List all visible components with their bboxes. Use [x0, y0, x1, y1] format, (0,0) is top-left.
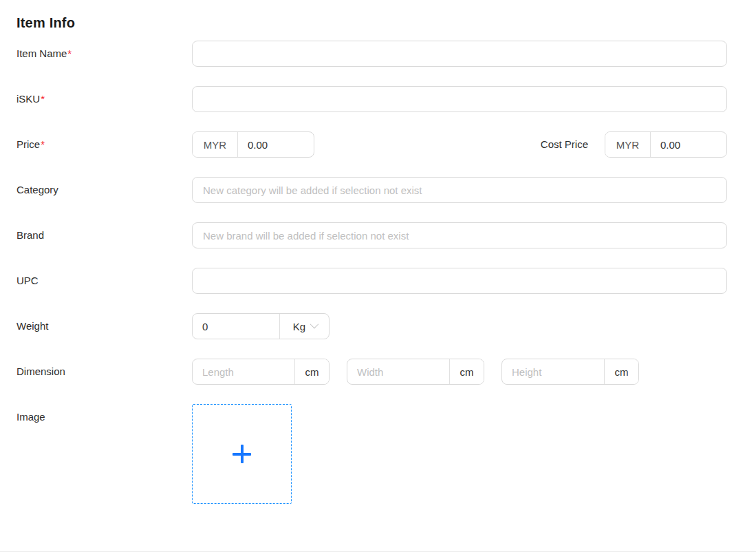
- cost-price-input[interactable]: [651, 132, 726, 157]
- plus-icon: [233, 445, 251, 463]
- page-title: Item Info: [17, 14, 739, 32]
- dimension-height-group: cm: [501, 359, 639, 385]
- dimension-length-input[interactable]: [193, 359, 294, 384]
- isku-row: iSKU*: [17, 86, 739, 112]
- dimension-height-input[interactable]: [502, 359, 604, 384]
- weight-input-group: Kg: [192, 313, 330, 339]
- upc-input[interactable]: [192, 268, 727, 294]
- dimension-width-input[interactable]: [347, 359, 449, 384]
- item-info-form: Item Name* iSKU* Price* MYR Cost Price M…: [17, 41, 739, 504]
- dimension-label: Dimension: [17, 359, 192, 385]
- upc-label: UPC: [17, 268, 192, 294]
- category-input[interactable]: [192, 177, 727, 203]
- price-currency-addon: MYR: [193, 132, 238, 157]
- dimension-height-unit: cm: [604, 359, 638, 384]
- category-row: Category: [17, 177, 739, 203]
- item-name-label: Item Name*: [17, 41, 192, 67]
- weight-unit-select[interactable]: Kg: [279, 314, 330, 339]
- weight-unit-value: Kg: [293, 321, 305, 332]
- brand-label: Brand: [17, 222, 192, 248]
- cost-price-label: Cost Price: [541, 131, 588, 158]
- image-row: Image: [17, 404, 739, 504]
- image-label: Image: [17, 404, 192, 430]
- dimension-width-unit: cm: [449, 359, 484, 384]
- chevron-down-icon: [310, 320, 319, 329]
- isku-label: iSKU*: [17, 86, 192, 112]
- weight-row: Weight Kg: [17, 313, 739, 339]
- required-asterisk: *: [67, 47, 72, 59]
- weight-input[interactable]: [193, 314, 279, 339]
- price-input[interactable]: [238, 132, 314, 157]
- dimension-width-group: cm: [347, 359, 484, 385]
- image-upload-box[interactable]: [192, 404, 292, 504]
- category-label: Category: [17, 177, 192, 203]
- cost-price-currency-addon: MYR: [605, 132, 651, 157]
- upc-row: UPC: [17, 268, 739, 294]
- price-label: Price*: [17, 131, 192, 158]
- brand-input[interactable]: [192, 222, 727, 248]
- dimension-length-unit: cm: [294, 359, 329, 384]
- dimension-length-group: cm: [192, 359, 330, 385]
- item-name-input[interactable]: [192, 41, 727, 67]
- cost-price-input-group: MYR: [605, 131, 727, 158]
- required-asterisk: *: [41, 93, 45, 105]
- price-row: Price* MYR Cost Price MYR: [17, 131, 739, 158]
- weight-label: Weight: [17, 313, 192, 339]
- brand-row: Brand: [17, 222, 739, 248]
- item-name-row: Item Name*: [17, 41, 739, 67]
- price-input-group: MYR: [192, 131, 314, 158]
- required-asterisk: *: [41, 138, 45, 150]
- dimension-row: Dimension cm cm cm: [17, 359, 739, 385]
- isku-input[interactable]: [192, 86, 727, 112]
